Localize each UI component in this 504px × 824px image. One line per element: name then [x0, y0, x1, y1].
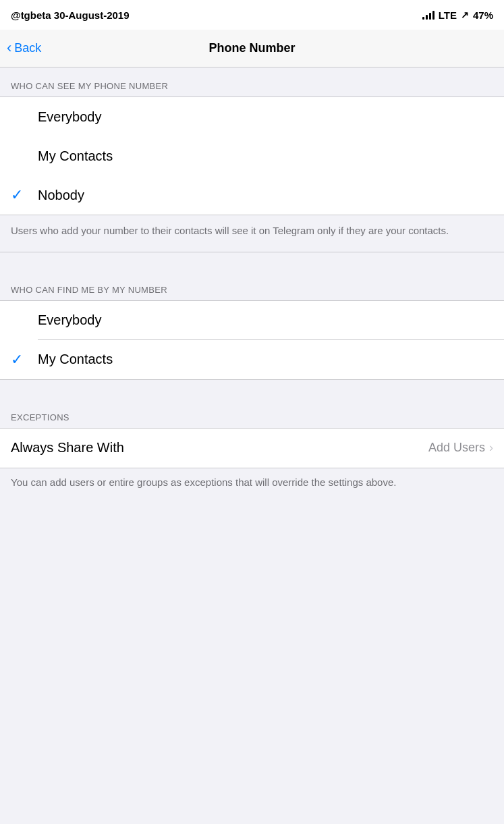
battery-label: 47% — [473, 9, 493, 21]
section1-list: Everybody My Contacts ✓ Nobody — [0, 97, 504, 215]
checkmark-icon: ✓ — [11, 186, 23, 204]
always-share-with-item[interactable]: Always Share With Add Users › — [0, 429, 504, 468]
list-item-nobody-see[interactable]: ✓ Nobody — [0, 175, 504, 215]
nav-bar: ‹ Back Phone Number — [0, 30, 504, 67]
list-item-mycontacts-see[interactable]: My Contacts — [0, 136, 504, 175]
signal-icon — [422, 10, 435, 20]
page-title: Phone Number — [208, 41, 295, 55]
exceptions-info: You can add users or entire groups as ex… — [0, 468, 504, 503]
chevron-right-icon: › — [489, 441, 493, 455]
exceptions-header: EXCEPTIONS — [0, 399, 504, 428]
spacer1 — [0, 252, 504, 271]
lte-label: LTE — [439, 9, 457, 21]
list-item-everybody-find[interactable]: Everybody — [0, 301, 504, 340]
list-item-everybody-see[interactable]: Everybody — [0, 97, 504, 136]
status-right: LTE ↗ 47% — [422, 9, 493, 21]
mycontacts-see-label: My Contacts — [38, 148, 113, 164]
section1-header: WHO CAN SEE MY PHONE NUMBER — [0, 67, 504, 97]
section2-list: Everybody ✓ My Contacts — [0, 300, 504, 380]
add-users-label: Add Users — [428, 441, 485, 455]
always-share-with-label: Always Share With — [11, 440, 124, 456]
add-users-group: Add Users › — [428, 441, 493, 455]
exceptions-list: Always Share With Add Users › — [0, 428, 504, 468]
everybody-see-label: Everybody — [38, 109, 102, 125]
back-label: Back — [14, 41, 41, 55]
mycontacts-find-label: My Contacts — [38, 352, 113, 367]
everybody-find-label: Everybody — [38, 312, 102, 328]
back-chevron-icon: ‹ — [7, 40, 11, 55]
list-item-mycontacts-find[interactable]: ✓ My Contacts — [0, 340, 504, 379]
spacer2 — [0, 380, 504, 399]
location-icon: ↗ — [461, 9, 469, 20]
section2-header: WHO CAN FIND ME BY MY NUMBER — [0, 271, 504, 300]
back-button[interactable]: ‹ Back — [7, 41, 41, 55]
checkmark-find-icon: ✓ — [11, 351, 23, 368]
status-left: @tgbeta 30-August-2019 — [11, 9, 130, 21]
nobody-see-label: Nobody — [38, 188, 84, 203]
section1-info: Users who add your number to their conta… — [0, 215, 504, 252]
status-bar: @tgbeta 30-August-2019 LTE ↗ 47% — [0, 0, 504, 30]
